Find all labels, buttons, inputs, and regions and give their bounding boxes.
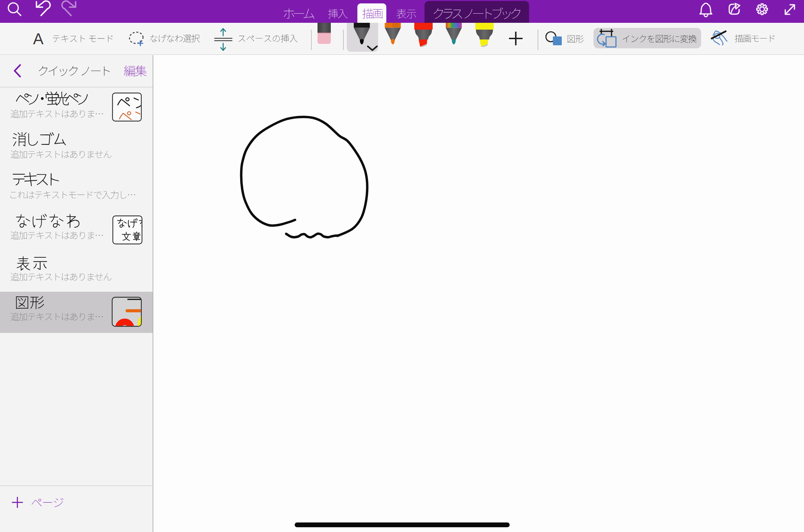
svg-text:A: A (33, 30, 44, 48)
